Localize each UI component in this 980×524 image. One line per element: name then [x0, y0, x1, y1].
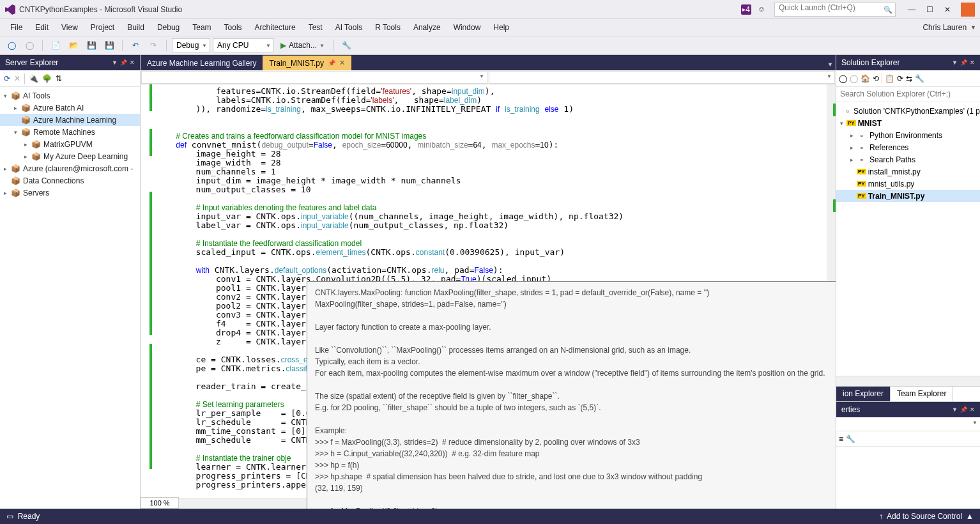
- title-bar: CNTKPythonExamples - Microsoft Visual St…: [0, 0, 980, 19]
- showall-icon[interactable]: 📋: [885, 74, 894, 83]
- menu-project[interactable]: Project: [84, 20, 121, 35]
- properties-combo[interactable]: ▼: [836, 417, 980, 431]
- run-attach-button[interactable]: ▶ Attach... ▼: [277, 41, 328, 50]
- solution-tree[interactable]: ▫Solution 'CNTKPythonExamples' (1 p▾PYMN…: [836, 102, 980, 376]
- menu-debug[interactable]: Debug: [151, 20, 186, 35]
- close-icon[interactable]: ✕: [130, 59, 135, 66]
- menu-view[interactable]: View: [55, 20, 84, 35]
- home-icon[interactable]: ◯: [839, 74, 847, 83]
- feedback-icon[interactable]: ☺: [758, 4, 768, 15]
- home2-icon[interactable]: 🏠: [861, 74, 870, 83]
- pin-icon[interactable]: 📌: [328, 59, 335, 66]
- tree-node[interactable]: 📦Data Connections: [0, 174, 140, 187]
- source-control-button[interactable]: ↑ Add to Source Control ▲: [879, 512, 974, 521]
- back-icon[interactable]: ◯: [850, 74, 858, 83]
- menu-architecture[interactable]: Architecture: [249, 20, 302, 35]
- pane-dropdown-icon[interactable]: ▼: [952, 59, 958, 66]
- redo-button[interactable]: ↷: [146, 38, 161, 53]
- new-button[interactable]: 📄: [48, 38, 63, 53]
- vs-icon: [5, 4, 15, 15]
- close-icon[interactable]: ✕: [339, 59, 345, 67]
- tree-node[interactable]: PYmnist_utils.py: [836, 178, 980, 190]
- undo-button[interactable]: ↶: [128, 38, 143, 53]
- tree-node[interactable]: PYTrain_MNIST.py: [836, 190, 980, 202]
- tree-node[interactable]: ▾📦AI Tools: [0, 89, 140, 102]
- menu-team[interactable]: Team: [186, 20, 217, 35]
- tree-node[interactable]: ▸📦Azure Batch AI: [0, 102, 140, 114]
- tree-node[interactable]: ▸▫References: [836, 141, 980, 153]
- collapse-icon[interactable]: ⇆: [906, 74, 912, 83]
- tree-node[interactable]: ▸📦Azure (clauren@microsoft.com -: [0, 162, 140, 174]
- sync-icon[interactable]: ⟲: [873, 74, 879, 83]
- notification-badge[interactable]: [961, 3, 975, 17]
- connect-icon[interactable]: 🔌: [29, 74, 38, 83]
- menu-window[interactable]: Window: [447, 20, 487, 35]
- nav-back-button[interactable]: ◯: [4, 38, 19, 53]
- pane-dropdown-icon[interactable]: ▼: [952, 406, 958, 413]
- saveall-button[interactable]: 💾: [102, 38, 117, 53]
- solution-hscroll[interactable]: [836, 376, 980, 386]
- server-explorer-tree[interactable]: ▾📦AI Tools▸📦Azure Batch AI📦Azure Machine…: [0, 87, 140, 509]
- tree-node[interactable]: ▸▫Search Paths: [836, 153, 980, 166]
- tree-node[interactable]: ▸📦My Azure Deep Learning: [0, 150, 140, 162]
- extra-tool-button[interactable]: 🔧: [339, 38, 355, 53]
- notification-flag[interactable]: ▸4: [741, 4, 751, 15]
- solution-search[interactable]: [836, 87, 980, 102]
- menu-help[interactable]: Help: [487, 20, 516, 35]
- tree-icon[interactable]: 🌳: [42, 74, 52, 83]
- menu-edit[interactable]: Edit: [29, 20, 55, 35]
- solution-explorer-toolbar: ◯ ◯ 🏠 ⟲ 📋 ⟳ ⇆ 🔧: [836, 70, 980, 87]
- menu-file[interactable]: File: [4, 20, 29, 35]
- save-button[interactable]: 💾: [84, 38, 99, 53]
- pin-icon[interactable]: 📌: [960, 406, 967, 413]
- refresh-icon[interactable]: ⟳: [4, 74, 10, 83]
- sort-icon[interactable]: 🔧: [846, 435, 855, 443]
- menu-tools[interactable]: Tools: [218, 20, 249, 35]
- server-explorer-title: Server Explorer ▼ 📌 ✕: [0, 55, 140, 70]
- server-explorer-pane: Server Explorer ▼ 📌 ✕ ⟳ ✕ 🔌 🌳 ⇅ ▾📦AI Too…: [0, 55, 141, 509]
- tree-node[interactable]: ▾PYMNIST: [836, 117, 980, 129]
- menu-build[interactable]: Build: [121, 20, 151, 35]
- stop-icon[interactable]: ✕: [14, 74, 20, 83]
- editor-area[interactable]: features=CNTK.io.StreamDef(field='featur…: [141, 84, 836, 509]
- tree-node[interactable]: ▸📦MatrixGPUVM: [0, 138, 140, 150]
- tab-solution-explorer[interactable]: ion Explorer: [836, 387, 891, 401]
- categorize-icon[interactable]: ≡: [839, 435, 843, 443]
- member-dropdown[interactable]: ▼: [489, 71, 835, 84]
- sort-icon[interactable]: ⇅: [56, 74, 62, 83]
- tab-train-mnist[interactable]: Train_MNIST.py 📌 ✕: [263, 56, 351, 70]
- tab-overflow-icon[interactable]: ▼: [825, 59, 836, 70]
- nav-fwd-button[interactable]: ◯: [22, 38, 37, 53]
- pin-icon[interactable]: 📌: [120, 59, 127, 66]
- minimize-button[interactable]: —: [903, 3, 920, 16]
- menu-aitools[interactable]: AI Tools: [329, 20, 369, 35]
- tab-gallery[interactable]: Azure Machine Learning Gallery: [141, 56, 263, 70]
- tab-team-explorer[interactable]: Team Explorer: [891, 387, 953, 401]
- tree-node[interactable]: 📦Azure Machine Learning: [0, 114, 140, 126]
- close-button[interactable]: ✕: [939, 3, 956, 16]
- tree-node[interactable]: ▸▫Python Environments: [836, 129, 980, 141]
- props-icon[interactable]: 🔧: [915, 74, 924, 83]
- menu-test[interactable]: Test: [302, 20, 329, 35]
- zoom-combo[interactable]: 100 %: [141, 497, 179, 509]
- menu-rtools[interactable]: R Tools: [369, 20, 407, 35]
- user-label[interactable]: Chris Lauren: [923, 23, 967, 32]
- properties-title: erties ▼ 📌 ✕: [836, 402, 980, 417]
- platform-dropdown[interactable]: Any CPU▼: [213, 38, 274, 52]
- config-dropdown[interactable]: Debug▼: [172, 38, 210, 52]
- tree-node[interactable]: ▸📦Servers: [0, 187, 140, 199]
- tree-node[interactable]: PYinstall_mnist.py: [836, 166, 980, 178]
- close-icon[interactable]: ✕: [970, 406, 975, 413]
- tree-node[interactable]: ▾📦Remote Machines: [0, 126, 140, 138]
- tree-node[interactable]: ▫Solution 'CNTKPythonExamples' (1 p: [836, 105, 980, 117]
- menu-analyze[interactable]: Analyze: [407, 20, 447, 35]
- pane-dropdown-icon[interactable]: ▼: [112, 59, 118, 66]
- close-icon[interactable]: ✕: [970, 59, 975, 66]
- scope-dropdown[interactable]: ▼: [141, 71, 487, 84]
- chevron-down-icon[interactable]: ▼: [970, 24, 976, 31]
- pin-icon[interactable]: 📌: [960, 59, 967, 66]
- maximize-button[interactable]: ☐: [921, 3, 938, 16]
- open-button[interactable]: 📂: [66, 38, 81, 53]
- refresh-icon[interactable]: ⟳: [897, 74, 903, 83]
- quick-launch-input[interactable]: 🔍: [774, 3, 896, 17]
